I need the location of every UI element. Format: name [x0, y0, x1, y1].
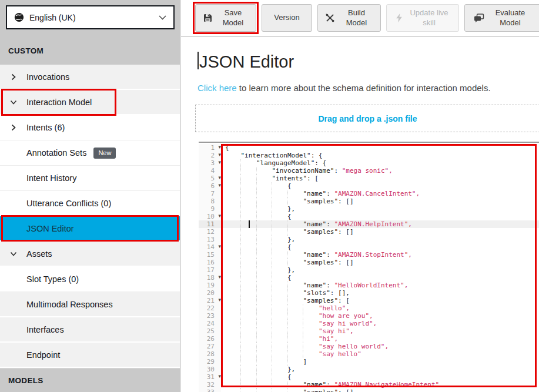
indent-guide — [272, 274, 287, 282]
editor-line[interactable]: 24"say hi world", — [199, 320, 539, 327]
indent-guide — [256, 175, 272, 182]
sidebar-item-annotation-sets[interactable]: Annotation SetsNew — [0, 140, 180, 166]
language-selector[interactable]: English (UK) — [6, 5, 175, 29]
sidebar-item-invocations[interactable]: Invocations — [0, 65, 180, 90]
sidebar-item-endpoint[interactable]: Endpoint — [0, 343, 180, 368]
json-code-editor[interactable]: 1▾{2▾"interactionModel": {3▾"languageMod… — [199, 142, 539, 392]
build-model-button[interactable]: Build Model — [317, 4, 381, 32]
line-number: 33 — [199, 388, 221, 392]
code-text: "name": "AMAZON.HelpIntent", — [221, 220, 539, 228]
indent-guide — [303, 320, 318, 327]
lightning-icon — [395, 13, 403, 23]
editor-line[interactable]: 11"name": "AMAZON.HelpIntent", — [199, 220, 539, 228]
editor-line[interactable]: 4"invocationName": "mega sonic", — [199, 167, 539, 175]
chevron-right-icon[interactable] — [10, 73, 17, 81]
line-number: 16 — [199, 259, 221, 266]
update-live-skill-button: Update live skill — [386, 4, 459, 32]
editor-line[interactable]: 19"name": "HelloWorldIntent", — [199, 282, 539, 289]
sidebar-item-interfaces[interactable]: Interfaces — [0, 317, 180, 343]
editor-line[interactable]: 29] — [199, 358, 539, 366]
main-panel: Save ModelVersionBuild ModelUpdate live … — [181, 0, 539, 392]
sidebar-item-interaction-model[interactable]: Interaction Model — [0, 90, 180, 115]
save-model-button[interactable]: Save Model — [195, 4, 256, 32]
sidebar-item-label: Assets — [26, 249, 52, 259]
indent-guide — [225, 289, 240, 297]
editor-line[interactable]: 27"say hello world", — [199, 343, 539, 350]
editor-line[interactable]: 18▾{ — [199, 274, 539, 282]
editor-line[interactable]: 5▾"intents": [ — [199, 175, 539, 182]
editor-line[interactable]: 22"hello", — [199, 304, 539, 312]
indent-guide — [272, 182, 287, 190]
editor-line[interactable]: 3▾"languageModel": { — [199, 159, 539, 167]
code-text: { — [221, 373, 539, 381]
editor-line[interactable]: 25"say hi", — [199, 327, 539, 335]
line-number: 22 — [199, 304, 221, 312]
sidebar-item-intent-history[interactable]: Intent History — [0, 166, 180, 191]
sidebar-item-intents-6[interactable]: Intents (6) — [0, 115, 180, 140]
dropzone-label: Drag and drop a .json file — [318, 114, 417, 123]
code-text: "name": "AMAZON.StopIntent", — [221, 251, 539, 259]
indent-guide — [225, 282, 240, 289]
editor-line[interactable]: 31▾{ — [199, 373, 539, 381]
editor-line[interactable]: 28"say hello" — [199, 350, 539, 358]
indent-guide — [240, 243, 256, 251]
sidebar-item-multimodal-responses[interactable]: Multimodal Responses — [0, 292, 180, 317]
line-number: 15 — [199, 251, 221, 259]
json-dropzone[interactable]: Drag and drop a .json file — [195, 105, 539, 132]
editor-line[interactable]: 17}, — [199, 266, 539, 274]
indent-guide — [240, 266, 256, 274]
indent-guide — [287, 304, 303, 312]
indent-guide — [256, 320, 272, 327]
sidebar-item-assets[interactable]: Assets — [0, 242, 180, 267]
editor-line[interactable]: 23"how are you", — [199, 312, 539, 320]
sidebar-item-label: Slot Types (0) — [26, 274, 79, 284]
sidebar-item-json-editor[interactable]: JSON Editor — [0, 216, 180, 242]
line-number: 4 — [199, 167, 221, 175]
globe-icon — [14, 12, 24, 22]
editor-caret — [249, 220, 250, 228]
editor-line[interactable]: 15"name": "AMAZON.StopIntent", — [199, 251, 539, 259]
editor-line[interactable]: 2▾"interactionModel": { — [199, 152, 539, 159]
editor-line[interactable]: 10▾{ — [199, 213, 539, 220]
editor-line[interactable]: 30}, — [199, 366, 539, 373]
editor-line[interactable]: 9}, — [199, 205, 539, 213]
indent-guide — [272, 205, 287, 213]
indent-guide — [240, 312, 256, 320]
evaluate-model-button[interactable]: Evaluate Model — [464, 4, 539, 32]
editor-line[interactable]: 21▾"samples": [ — [199, 297, 539, 304]
editor-line[interactable]: 16"samples": [] — [199, 259, 539, 266]
code-text: }, — [221, 205, 539, 213]
indent-guide — [287, 381, 303, 388]
code-text: { — [221, 243, 539, 251]
version-button[interactable]: Version — [262, 4, 312, 32]
editor-line[interactable]: 13}, — [199, 236, 539, 243]
editor-line[interactable]: 6▾{ — [199, 182, 539, 190]
chevron-right-icon[interactable] — [10, 124, 17, 131]
indent-guide — [225, 366, 240, 373]
editor-line[interactable]: 8"samples": [] — [199, 197, 539, 205]
line-number: 29 — [199, 358, 221, 366]
line-number: 28 — [199, 350, 221, 358]
editor-line[interactable]: 26"hi", — [199, 335, 539, 343]
editor-line[interactable]: 12"samples": [] — [199, 228, 539, 236]
editor-line[interactable]: 1▾{ — [199, 144, 539, 152]
indent-guide — [225, 373, 240, 381]
chevron-down-icon[interactable] — [10, 99, 17, 106]
editor-line[interactable]: 33"samples": [] — [199, 388, 539, 392]
code-text: "samples": [ — [221, 297, 539, 304]
sidebar-item-slot-types-0[interactable]: Slot Types (0) — [0, 267, 180, 292]
editor-line[interactable]: 20"slots": [], — [199, 289, 539, 297]
editor-line[interactable]: 32"name": "AMAZON.NavigateHomeIntent", — [199, 381, 539, 388]
sidebar-item-utterance-conflicts-0[interactable]: Utterance Conflicts (0) — [0, 191, 180, 216]
indent-guide — [225, 213, 240, 220]
indent-guide — [256, 297, 272, 304]
click-here-link[interactable]: Click here — [197, 83, 237, 93]
line-number: 20 — [199, 289, 221, 297]
editor-line[interactable]: 7"name": "AMAZON.CancelIntent", — [199, 190, 539, 197]
editor-line[interactable]: 14▾{ — [199, 243, 539, 251]
button-label: Build Model — [340, 8, 373, 28]
code-text: }, — [221, 236, 539, 243]
chevron-down-icon[interactable] — [10, 250, 17, 257]
button-label: Update live skill — [408, 8, 450, 28]
indent-guide — [256, 243, 272, 251]
